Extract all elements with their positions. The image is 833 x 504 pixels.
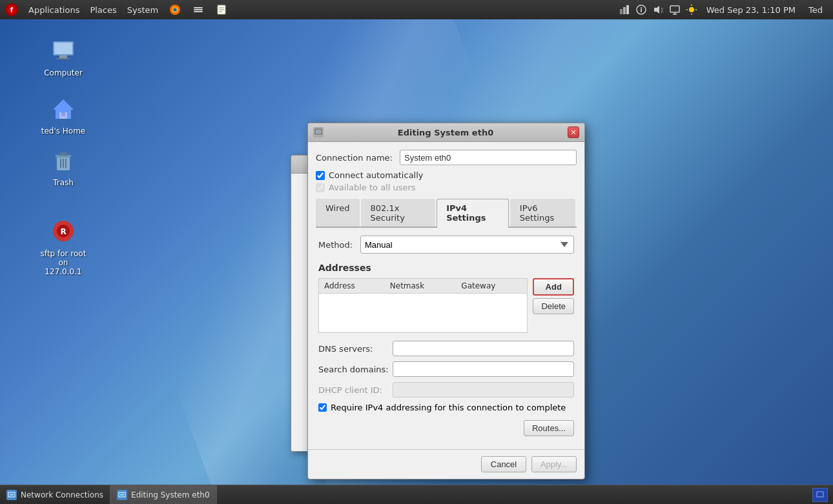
method-select[interactable]: Manual Automatic (DHCP) Link-Local Only … (360, 236, 574, 254)
available-all-checkbox (316, 183, 325, 192)
taskbar-nc-icon (6, 490, 17, 500)
desktop-icon-trash[interactable]: Trash (37, 142, 89, 190)
svg-rect-14 (626, 5, 629, 14)
svg-rect-19 (670, 6, 679, 12)
svg-marker-17 (654, 6, 659, 14)
sftp-icon: R (48, 216, 79, 247)
tab-ipv6[interactable]: IPv6 Settings (510, 199, 575, 227)
cancel-button[interactable]: Cancel (481, 456, 526, 472)
tab-ipv4[interactable]: IPv4 Settings (437, 199, 509, 228)
connection-name-label: Connection name: (316, 153, 400, 163)
connect-auto-row: Connect automatically (316, 170, 577, 180)
taskbar-right (812, 488, 833, 502)
tab-8021x[interactable]: 802.1x Security (361, 199, 436, 227)
desktop: f Applications Places System i (0, 0, 833, 504)
info-icon[interactable]: i (634, 3, 648, 17)
addresses-table: Address Netmask Gateway (319, 279, 527, 332)
search-domains-label: Search domains: (318, 365, 393, 374)
connection-name-row: Connection name: (316, 150, 577, 165)
delete-address-button[interactable]: Delete (533, 298, 574, 314)
settings-icon[interactable] (187, 0, 210, 19)
taskbar-edit-icon (117, 490, 127, 500)
taskbar-nc-label: Network Connections (21, 490, 103, 499)
dialog-title-icon (313, 127, 324, 137)
dialog-titlebar: Editing System eth0 ✕ (308, 123, 584, 142)
available-all-row: Available to all users (316, 183, 577, 192)
svg-text:f: f (10, 6, 14, 14)
require-ipv4-checkbox[interactable] (318, 403, 327, 412)
addresses-container: Address Netmask Gateway (318, 278, 574, 333)
add-address-button[interactable]: Add (533, 278, 574, 296)
dialog-footer: Cancel Apply... (308, 449, 584, 479)
svg-rect-13 (623, 7, 626, 14)
svg-point-22 (689, 7, 694, 12)
svg-rect-44 (316, 130, 320, 133)
taskbar-edit-label: Editing System eth0 (131, 490, 210, 499)
svg-text:i: i (640, 6, 642, 14)
apply-button[interactable]: Apply... (531, 456, 577, 472)
desktop-icon-computer[interactable]: Computer (37, 32, 89, 80)
method-label: Method: (318, 240, 360, 250)
svg-point-4 (174, 8, 177, 12)
svg-rect-5 (194, 7, 203, 8)
require-ipv4-row: Require IPv4 addressing for this connect… (318, 403, 574, 412)
addresses-table-wrapper: Address Netmask Gateway (318, 278, 528, 333)
clock[interactable]: Wed Sep 23, 1:10 PM (701, 0, 801, 19)
display-icon[interactable] (668, 3, 682, 17)
taskbar-editing-eth0[interactable]: Editing System eth0 (110, 485, 217, 504)
tab-wired[interactable]: Wired (316, 199, 360, 227)
desktop-icon-sftp[interactable]: R sftp for root on 127.0.0.1 (37, 213, 89, 279)
fedora-logo[interactable]: f (0, 0, 23, 19)
svg-rect-48 (120, 494, 124, 496)
svg-rect-33 (61, 112, 65, 116)
fedora-icon: f (5, 3, 18, 16)
editing-dialog: Editing System eth0 ✕ Connection name: C… (307, 123, 585, 479)
show-desktop-button[interactable] (812, 488, 828, 502)
dns-label: DNS servers: (318, 344, 393, 354)
desktop-icon-home[interactable]: ted's Home (37, 90, 89, 138)
username: Ted (803, 0, 828, 19)
tabs: Wired 802.1x Security IPv4 Settings IPv6… (316, 199, 577, 228)
text-editor-icon[interactable] (210, 0, 233, 19)
address-col-header: Address (319, 279, 385, 294)
routes-row: Routes... (318, 420, 574, 436)
svg-rect-49 (817, 492, 823, 497)
dialog-close-button[interactable]: ✕ (568, 126, 579, 138)
connect-auto-checkbox[interactable] (316, 171, 325, 180)
addresses-buttons: Add Delete (533, 278, 574, 333)
places-menu[interactable]: Places (85, 0, 121, 19)
ipv4-tab-content: Method: Manual Automatic (DHCP) Link-Loc… (316, 236, 577, 436)
computer-label: Computer (44, 68, 83, 77)
addresses-empty (319, 294, 527, 332)
svg-text:)): )) (661, 7, 664, 14)
panel-left: f Applications Places System (0, 0, 233, 19)
svg-rect-36 (59, 152, 67, 156)
connection-name-input[interactable] (400, 150, 577, 165)
routes-button[interactable]: Routes... (524, 420, 574, 436)
sftp-label: sftp for root on 127.0.0.1 (40, 249, 87, 276)
panel-icons: i )) Wed Sep 23, 1:10 PM Ted (617, 0, 833, 19)
weather-icon[interactable] (684, 3, 699, 17)
available-all-label: Available to all users (329, 183, 416, 192)
connect-auto-label: Connect automatically (329, 170, 424, 180)
dns-row: DNS servers: (318, 341, 574, 356)
dhcp-input (393, 382, 574, 398)
taskbar-network-connections[interactable]: Network Connections (0, 485, 110, 504)
applications-menu[interactable]: Applications (23, 0, 85, 19)
system-menu[interactable]: System (122, 0, 163, 19)
network-manager-icon[interactable] (617, 3, 632, 17)
addresses-title: Addresses (318, 263, 574, 273)
search-domains-input[interactable] (393, 361, 574, 377)
gateway-col-header: Gateway (456, 279, 527, 294)
computer-icon (48, 35, 79, 66)
svg-rect-28 (54, 43, 72, 54)
svg-rect-7 (194, 11, 203, 12)
require-ipv4-label: Require IPv4 addressing for this connect… (331, 403, 566, 412)
firefox-icon[interactable] (163, 0, 187, 19)
volume-icon[interactable]: )) (651, 3, 665, 17)
dns-input[interactable] (393, 341, 574, 356)
top-panel: f Applications Places System i (0, 0, 833, 19)
search-domains-row: Search domains: (318, 361, 574, 377)
svg-rect-29 (59, 55, 67, 58)
trash-icon (48, 145, 79, 176)
